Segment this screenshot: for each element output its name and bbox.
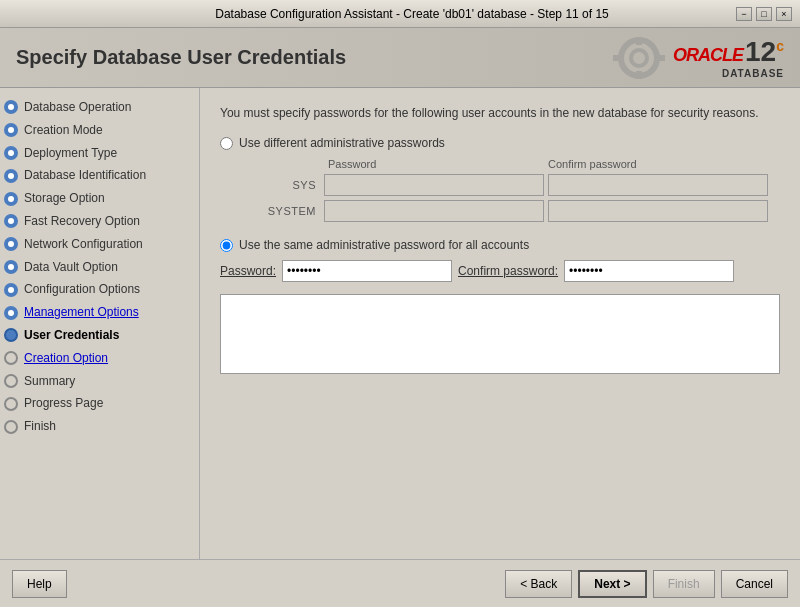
step-dot-network-configuration (4, 237, 18, 251)
same-confirm-input[interactable] (564, 260, 734, 282)
sidebar-item-progress-page[interactable]: Progress Page (0, 392, 199, 415)
sys-password-input[interactable] (324, 174, 544, 196)
radio-same-label[interactable]: Use the same administrative password for… (220, 238, 780, 252)
step-dot-database-identification (4, 169, 18, 183)
step-dot-storage-option (4, 192, 18, 206)
help-button[interactable]: Help (12, 570, 67, 598)
cancel-button[interactable]: Cancel (721, 570, 788, 598)
sidebar-item-user-credentials[interactable]: User Credentials (0, 324, 199, 347)
sidebar-item-configuration-options[interactable]: Configuration Options (0, 278, 199, 301)
step-dot-creation-option (4, 351, 18, 365)
step-dot-summary (4, 374, 18, 388)
radio-same-section: Use the same administrative password for… (220, 238, 780, 282)
close-button[interactable]: × (776, 7, 792, 21)
sidebar-item-data-vault-option[interactable]: Data Vault Option (0, 256, 199, 279)
radio-diff-label[interactable]: Use different administrative passwords (220, 136, 780, 150)
sidebar-item-database-identification[interactable]: Database Identification (0, 164, 199, 187)
step-dot-data-vault-option (4, 260, 18, 274)
svg-rect-4 (613, 55, 621, 61)
sidebar-item-finish[interactable]: Finish (0, 415, 199, 438)
same-password-input[interactable] (282, 260, 452, 282)
sys-confirm-input[interactable] (548, 174, 768, 196)
oracle-logo: ORACLE 12c DATABASE (609, 33, 784, 83)
sidebar-item-storage-option[interactable]: Storage Option (0, 187, 199, 210)
sidebar-item-management-options[interactable]: Management Options (0, 301, 199, 324)
step-dot-management-options (4, 306, 18, 320)
gear-decorative-icon (609, 33, 669, 83)
content-area: You must specify passwords for the follo… (200, 88, 800, 559)
bottom-left-buttons: Help (12, 570, 67, 598)
step-dot-fast-recovery-option (4, 214, 18, 228)
sidebar-item-summary[interactable]: Summary (0, 370, 199, 393)
page-title: Specify Database User Credentials (16, 46, 346, 69)
bottom-bar: Help < Back Next > Finish Cancel (0, 559, 800, 607)
window-controls: − □ × (736, 7, 792, 21)
main-layout: Database Operation Creation Mode Deploym… (0, 88, 800, 559)
sidebar-item-network-configuration[interactable]: Network Configuration (0, 233, 199, 256)
sidebar-item-deployment-type[interactable]: Deployment Type (0, 142, 199, 165)
intro-text: You must specify passwords for the follo… (220, 104, 780, 122)
sidebar-item-fast-recovery-option[interactable]: Fast Recovery Option (0, 210, 199, 233)
system-row: SYSTEM (244, 200, 780, 222)
radio-same-input[interactable] (220, 239, 233, 252)
svg-point-1 (631, 50, 647, 66)
step-dot-user-credentials (4, 328, 18, 342)
credentials-table: Password Confirm password SYS SYSTEM (244, 158, 780, 222)
oracle-subtitle: DATABASE (722, 68, 784, 79)
password-header: Password (324, 158, 544, 170)
system-confirm-input[interactable] (548, 200, 768, 222)
finish-button[interactable]: Finish (653, 570, 715, 598)
system-password-input[interactable] (324, 200, 544, 222)
sys-row: SYS (244, 174, 780, 196)
step-dot-progress-page (4, 397, 18, 411)
sidebar-item-creation-mode[interactable]: Creation Mode (0, 119, 199, 142)
next-button[interactable]: Next > (578, 570, 646, 598)
bottom-right-buttons: < Back Next > Finish Cancel (505, 570, 788, 598)
step-dot-creation-mode (4, 123, 18, 137)
sidebar-item-creation-option[interactable]: Creation Option (0, 347, 199, 370)
step-dot-deployment-type (4, 146, 18, 160)
maximize-button[interactable]: □ (756, 7, 772, 21)
same-pw-row: Password: Confirm password: (220, 260, 780, 282)
cred-header-row: Password Confirm password (244, 158, 780, 170)
system-label: SYSTEM (244, 205, 324, 217)
step-dot-database-operation (4, 100, 18, 114)
oracle-version: 12c (745, 36, 784, 68)
step-dot-configuration-options (4, 283, 18, 297)
sys-label: SYS (244, 179, 324, 191)
sidebar: Database Operation Creation Mode Deploym… (0, 88, 200, 559)
header: Specify Database User Credentials ORACLE… (0, 28, 800, 88)
note-area (220, 294, 780, 374)
title-bar: Database Configuration Assistant - Creat… (0, 0, 800, 28)
oracle-brand: ORACLE (673, 45, 743, 66)
confirm-password-header: Confirm password (544, 158, 764, 170)
svg-point-0 (621, 40, 657, 76)
back-button[interactable]: < Back (505, 570, 572, 598)
svg-rect-3 (636, 71, 642, 79)
minimize-button[interactable]: − (736, 7, 752, 21)
step-dot-finish (4, 420, 18, 434)
radio-diff-input[interactable] (220, 137, 233, 150)
confirm-field-label: Confirm password: (458, 264, 558, 278)
radio-diff-section: Use different administrative passwords P… (220, 136, 780, 222)
svg-rect-2 (636, 37, 642, 45)
password-field-label: Password: (220, 264, 276, 278)
sidebar-item-database-operation[interactable]: Database Operation (0, 96, 199, 119)
window-title: Database Configuration Assistant - Creat… (88, 7, 736, 21)
svg-rect-5 (657, 55, 665, 61)
